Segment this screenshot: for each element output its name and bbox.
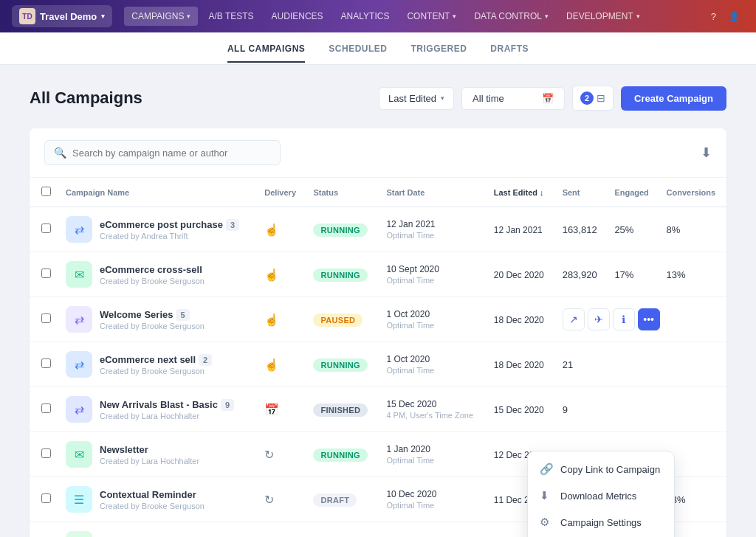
last-edited-cell: 18 Dec 2020 bbox=[487, 297, 555, 342]
col-last-edited[interactable]: Last Edited ↓ bbox=[487, 178, 555, 207]
brand-avatar: TD bbox=[19, 8, 35, 24]
top-navigation: TD Travel Demo ▾ CAMPAIGNS ▾ A/B TESTS A… bbox=[0, 0, 756, 32]
start-date-sub: Optimal Time bbox=[386, 366, 478, 375]
profile-icon[interactable]: 👤 bbox=[724, 7, 744, 27]
start-date-cell: 10 Sept 2020Optimal Time bbox=[379, 252, 486, 297]
status-badge: DRAFT bbox=[313, 493, 357, 507]
brand-chevron-icon: ▾ bbox=[101, 13, 105, 20]
campaign-info: eCommerce cross-sell Created by Brooke S… bbox=[100, 264, 205, 285]
campaign-title: New Arrivals Blast - Basic9 bbox=[100, 399, 234, 410]
row-checkbox-cell[interactable] bbox=[30, 432, 58, 477]
filter-button[interactable]: 2 ⊟ bbox=[572, 86, 614, 111]
status-cell: DRAFT bbox=[306, 477, 379, 522]
delivery-icon: ↻ bbox=[264, 448, 274, 461]
dropdown-campaign-settings[interactable]: ⚙ Campaign Settings bbox=[528, 509, 674, 536]
start-date: 10 Dec 2020Optimal Time bbox=[386, 489, 478, 510]
tab-all-campaigns[interactable]: ALL CAMPAIGNS bbox=[227, 35, 305, 63]
campaign-title: Newsletter bbox=[100, 444, 199, 455]
download-icon[interactable]: ⬇ bbox=[701, 145, 712, 161]
status-cell: RUNNING bbox=[306, 522, 379, 538]
nav-content-chevron-icon: ▾ bbox=[453, 13, 456, 20]
action-send[interactable]: ✈ bbox=[588, 308, 610, 330]
row-checkbox[interactable] bbox=[41, 358, 51, 368]
campaign-title: Contextual Reminder bbox=[100, 489, 205, 500]
action-more[interactable]: ••• bbox=[638, 308, 660, 330]
tab-drafts[interactable]: DRAFTS bbox=[490, 35, 529, 63]
conversions-cell: 13% bbox=[659, 252, 726, 297]
page-content: All Campaigns Last Edited ▾ All time 📅 2… bbox=[0, 65, 756, 537]
col-status: Status bbox=[306, 178, 379, 207]
row-checkbox-cell[interactable] bbox=[30, 342, 58, 387]
dropdown-copy-link[interactable]: 🔗 Copy Link to Campaign bbox=[528, 456, 674, 482]
campaign-icon: ✉ bbox=[66, 441, 92, 468]
delivery-icon: ↻ bbox=[264, 493, 274, 506]
campaign-icon: ⇄ bbox=[66, 216, 92, 243]
select-all-checkbox[interactable] bbox=[41, 187, 51, 196]
campaign-author: Created by Brooke Serguson bbox=[100, 322, 205, 330]
row-checkbox-cell[interactable] bbox=[30, 477, 58, 522]
sent-cell: 21 bbox=[555, 342, 608, 387]
start-date-cell: 1 Oct 2020Optimal Time bbox=[379, 342, 486, 387]
row-checkbox[interactable] bbox=[41, 268, 51, 278]
row-checkbox[interactable] bbox=[41, 493, 51, 503]
nav-item-analytics[interactable]: ANALYTICS bbox=[334, 7, 397, 26]
nav-item-content[interactable]: CONTENT ▾ bbox=[399, 7, 464, 26]
status-badge: RUNNING bbox=[313, 448, 367, 462]
date-filter[interactable]: All time 📅 bbox=[461, 87, 565, 110]
tab-triggered[interactable]: TRIGGERED bbox=[411, 35, 467, 63]
nav-item-audiences[interactable]: AUDIENCES bbox=[264, 7, 331, 26]
last-edited: 18 Dec 2020 bbox=[494, 315, 544, 325]
col-engaged: Engaged bbox=[607, 178, 659, 207]
col-conversions: Conversions bbox=[659, 178, 726, 207]
brand-logo[interactable]: TD Travel Demo ▾ bbox=[12, 5, 112, 27]
delivery-cell: ☝ bbox=[257, 522, 306, 538]
nav-item-ab-tests[interactable]: A/B TESTS bbox=[201, 7, 261, 26]
campaign-author: Created by Lara Hochhalter bbox=[100, 412, 234, 420]
dropdown-download-metrics[interactable]: ⬇ Download Metrics bbox=[528, 482, 674, 509]
search-input[interactable] bbox=[72, 148, 271, 159]
start-date-cell: 21 Aug 2020 bbox=[379, 522, 486, 538]
row-checkbox[interactable] bbox=[41, 313, 51, 323]
row-checkbox-cell[interactable] bbox=[30, 297, 58, 342]
delivery-cell: ☝ bbox=[257, 252, 306, 297]
row-checkbox-cell[interactable] bbox=[30, 252, 58, 297]
row-checkbox[interactable] bbox=[41, 224, 51, 233]
start-date-cell: 1 Jan 2020Optimal Time bbox=[379, 432, 486, 477]
campaign-icon: ⇄ bbox=[66, 351, 92, 378]
campaign-title: eCommerce cross-sell bbox=[100, 264, 205, 275]
nav-item-development[interactable]: DEVELOPMENT ▾ bbox=[559, 7, 647, 26]
nav-item-campaigns[interactable]: CAMPAIGNS ▾ bbox=[124, 7, 198, 26]
status-cell: RUNNING bbox=[306, 342, 379, 387]
campaigns-table-container: 🔍 ⬇ Campaign Name Delivery Status Start … bbox=[30, 128, 726, 537]
context-menu: 🔗 Copy Link to Campaign ⬇ Download Metri… bbox=[527, 451, 675, 537]
table-row: ⇄ eCommerce post purchase3 Created by An… bbox=[30, 207, 726, 252]
nav-item-data-control[interactable]: DATA CONTROL ▾ bbox=[467, 7, 556, 26]
tab-scheduled[interactable]: SCHEDULED bbox=[329, 35, 387, 63]
delivery-cell: ☝ bbox=[257, 342, 306, 387]
campaign-name-cell: 📱 Push Pre-Permission5 bbox=[58, 522, 257, 538]
row-checkbox-cell[interactable] bbox=[30, 387, 58, 432]
last-edited: 12 Jan 2021 bbox=[494, 225, 543, 235]
action-external-link[interactable]: ↗ bbox=[563, 308, 585, 330]
action-info[interactable]: ℹ bbox=[613, 308, 635, 330]
help-icon[interactable]: ? bbox=[707, 7, 721, 27]
start-date-sub: Optimal Time bbox=[386, 456, 478, 465]
row-checkbox-cell[interactable] bbox=[30, 207, 58, 252]
col-start-date: Start Date bbox=[379, 178, 486, 207]
search-bar[interactable]: 🔍 bbox=[44, 140, 281, 165]
start-date: 15 Dec 20204 PM, User's Time Zone bbox=[386, 399, 478, 420]
row-checkbox-cell[interactable] bbox=[30, 522, 58, 538]
sort-select[interactable]: Last Edited ▾ bbox=[379, 87, 454, 110]
campaign-name-cell: ☰ Contextual Reminder Created by Brooke … bbox=[58, 477, 257, 522]
row-checkbox[interactable] bbox=[41, 403, 51, 413]
page-header: All Campaigns Last Edited ▾ All time 📅 2… bbox=[30, 86, 726, 111]
filter-icon: ⊟ bbox=[597, 92, 605, 104]
dropdown-settings-label: Campaign Settings bbox=[560, 517, 642, 528]
start-date: 1 Jan 2020Optimal Time bbox=[386, 444, 478, 465]
campaign-icon: ☰ bbox=[66, 486, 92, 513]
start-date: 1 Oct 2020Optimal Time bbox=[386, 354, 478, 375]
row-checkbox[interactable] bbox=[41, 448, 51, 458]
download-metrics-icon: ⬇ bbox=[540, 489, 553, 502]
create-campaign-button[interactable]: Create Campaign bbox=[621, 86, 726, 111]
select-all-header[interactable] bbox=[30, 178, 58, 207]
